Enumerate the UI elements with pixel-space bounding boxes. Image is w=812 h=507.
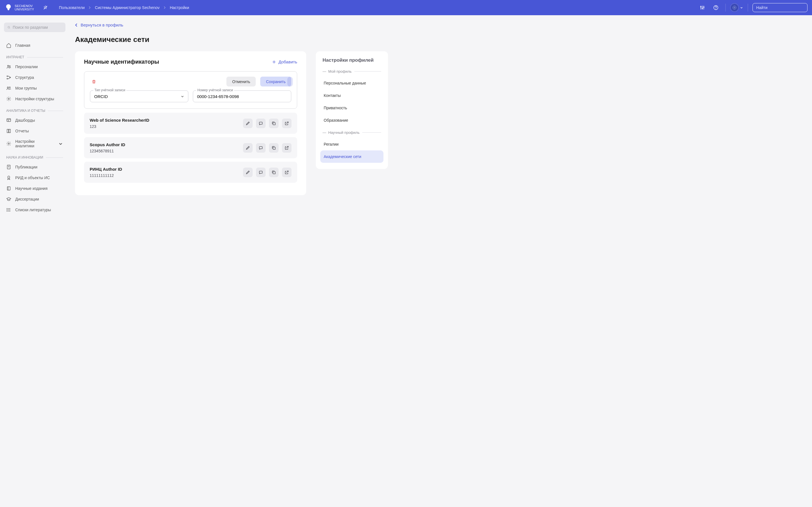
sidebar-search[interactable] (4, 22, 65, 32)
open-external-button[interactable] (282, 168, 292, 177)
svg-point-18 (9, 66, 10, 67)
comment-button[interactable] (256, 143, 266, 153)
document-icon (6, 165, 11, 170)
account-number-field: Номер учётной записи (193, 91, 291, 102)
cancel-button[interactable]: Отменить (226, 76, 256, 87)
sidebar-item-journals[interactable]: Научные издания (4, 183, 65, 194)
fingerprint-icon (732, 5, 737, 10)
edit-button[interactable] (243, 168, 253, 177)
logo-icon (4, 4, 12, 11)
svg-rect-44 (273, 122, 275, 125)
breadcrumb: Пользователи Системы Администратор Seche… (59, 5, 697, 10)
sidebar-item-analytics-settings[interactable]: Настройки аналитики (4, 136, 65, 151)
delete-button[interactable] (90, 78, 98, 86)
chevron-left-icon (75, 23, 78, 27)
sidebar-item-label: Настройки аналитики (15, 139, 54, 148)
open-external-button[interactable] (282, 119, 292, 128)
field-label: Тип учётной записи (93, 88, 126, 92)
panel-item[interactable]: Академические сети (320, 151, 384, 163)
panel-item[interactable]: Приватность (320, 102, 384, 114)
panel-item[interactable]: Образование (320, 114, 384, 126)
sidebar-item-home[interactable]: Главная (4, 40, 65, 51)
structure-icon (6, 75, 11, 80)
trash-icon (92, 79, 96, 84)
breadcrumb-item-1[interactable]: Системы Администратор Sechenov (95, 5, 160, 10)
back-link-label: Вернуться в профиль (81, 22, 123, 27)
panel-title: Настройки профилей (320, 57, 384, 63)
copy-icon (271, 121, 276, 126)
svg-point-12 (734, 7, 735, 8)
pin-button[interactable] (41, 3, 50, 12)
svg-point-40 (7, 211, 7, 212)
global-search[interactable] (753, 3, 808, 12)
identifier-row: Web of Science ResearcherID 123 (84, 113, 297, 134)
panel-section-header: — Научный профиль (320, 130, 384, 135)
sidebar-item-personalii[interactable]: Персоналии (4, 61, 65, 72)
panel-item[interactable]: Контакты (320, 89, 384, 102)
sidebar-item-groups[interactable]: Мои группы (4, 83, 65, 94)
svg-point-24 (8, 98, 10, 100)
add-button[interactable]: Добавить (272, 59, 297, 64)
plus-icon (272, 60, 276, 64)
svg-rect-43 (259, 122, 262, 124)
groups-icon (6, 86, 11, 91)
panel-item[interactable]: Регалии (320, 138, 384, 151)
help-button[interactable] (711, 3, 721, 13)
panel-item[interactable]: Персональные данные (320, 77, 384, 89)
sidebar-item-structure[interactable]: Структура (4, 72, 65, 83)
settings-sliders-button[interactable] (697, 3, 707, 13)
identifier-name: РИНЦ Author ID (90, 167, 243, 172)
home-icon (6, 43, 11, 48)
user-menu[interactable] (730, 3, 743, 12)
pencil-icon (246, 170, 250, 175)
global-search-input[interactable] (756, 5, 806, 10)
sidebar-search-input[interactable] (13, 25, 62, 30)
identifier-name: Web of Science ResearcherID (90, 118, 243, 122)
identifiers-card: Научные идентификаторы Добавить Отменить (75, 51, 306, 195)
account-type-select[interactable]: ORCID (90, 91, 188, 102)
svg-point-32 (8, 176, 10, 178)
sidebar-item-label: Персоналии (15, 64, 38, 69)
sidebar-item-dissertations[interactable]: Диссертации (4, 194, 65, 205)
identifier-row: РИНЦ Author ID 11111111112 (84, 162, 297, 183)
svg-rect-45 (259, 147, 262, 149)
svg-rect-46 (273, 147, 275, 149)
account-type-field: Тип учётной записи ORCID (90, 91, 188, 102)
award-icon (6, 175, 11, 180)
dashboard-icon (6, 118, 11, 123)
sidebar-item-references[interactable]: Списки литературы (4, 205, 65, 215)
sidebar-item-dashboards[interactable]: Дашборды (4, 115, 65, 126)
sidebar-item-publications[interactable]: Публикации (4, 162, 65, 172)
users-icon (6, 64, 11, 69)
account-number-input[interactable] (193, 91, 291, 102)
back-link[interactable]: Вернуться в профиль (75, 22, 123, 27)
copy-button[interactable] (269, 143, 278, 153)
copy-button[interactable] (269, 168, 278, 177)
breadcrumb-item-0[interactable]: Пользователи (59, 5, 85, 10)
sidebar-item-label: Мои группы (15, 86, 37, 91)
svg-point-4 (700, 6, 701, 7)
logo[interactable]: SECHENOV UNIVERSITY (4, 4, 34, 11)
sidebar-item-label: Научные издания (15, 186, 48, 191)
copy-button[interactable] (269, 119, 278, 128)
chevron-down-icon (58, 141, 63, 146)
comment-button[interactable] (256, 168, 266, 177)
svg-rect-47 (259, 171, 262, 173)
comment-button[interactable] (256, 119, 266, 128)
sidebar-item-structure-settings[interactable]: Настройки структуры (4, 94, 65, 104)
svg-point-39 (7, 210, 7, 210)
sidebar-item-label: Списки литературы (15, 208, 51, 212)
open-external-button[interactable] (282, 143, 292, 153)
edit-button[interactable] (243, 143, 253, 153)
sidebar-section-intranet: ИНТРАНЕТ (4, 55, 65, 59)
edit-button[interactable] (243, 119, 253, 128)
save-button[interactable]: Сохранить (260, 76, 291, 87)
page-title: Академические сети (75, 35, 388, 44)
sidebar-item-label: РИД и объекты ИС (15, 175, 50, 180)
sidebar-item-reports[interactable]: Отчеты (4, 126, 65, 136)
chat-icon (259, 121, 263, 126)
gear-icon (6, 96, 11, 101)
sidebar-item-rid[interactable]: РИД и объекты ИС (4, 172, 65, 183)
breadcrumb-item-2[interactable]: Настройки (170, 5, 189, 10)
sidebar-item-label: Диссертации (15, 197, 39, 202)
